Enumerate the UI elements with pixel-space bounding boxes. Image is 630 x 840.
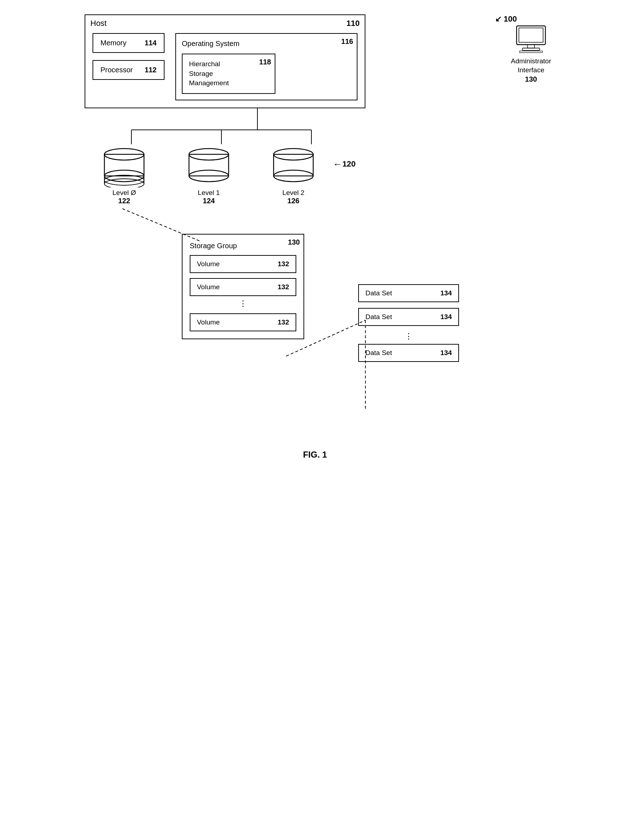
memory-label: Memory: [100, 39, 127, 47]
svg-rect-2: [527, 44, 534, 48]
level120-arrow: ← 120: [333, 159, 356, 170]
dataset-box-3: Data Set 134: [358, 344, 459, 362]
vol2-number: 132: [277, 283, 289, 291]
processor-box: Processor 112: [92, 60, 165, 80]
level1-label: Level 1: [198, 189, 220, 197]
computer-icon: [513, 24, 549, 53]
ds3-number: 134: [440, 349, 452, 357]
level2-label: Level 2: [282, 189, 304, 197]
level2-number: 126: [287, 197, 299, 205]
level0-label: Level Ø: [112, 189, 136, 197]
top-row: Host 110 Memory 114 Processor 112 Operat: [63, 14, 567, 108]
os-label: Operating System: [182, 39, 239, 47]
svg-rect-23: [274, 154, 313, 176]
admin-container: ↙ 100 AdministratorInterface 130: [495, 14, 567, 84]
ds1-label: Data Set: [366, 289, 392, 297]
processor-label: Processor: [100, 66, 133, 74]
svg-point-16: [104, 179, 144, 188]
vol1-number: 132: [277, 260, 289, 268]
sg-number: 130: [288, 238, 300, 246]
host-number: 110: [346, 19, 359, 28]
memory-number: 114: [145, 39, 157, 47]
level0-item: Level Ø 122: [85, 144, 164, 205]
admin-number-top: 100: [503, 14, 517, 24]
level120-number: 120: [342, 159, 356, 169]
hsm-label: HierarchalStorageManagement: [189, 59, 268, 88]
level1-cylinder: [184, 144, 234, 188]
dataset-box-2: Data Set 134: [358, 308, 459, 326]
svg-rect-4: [519, 51, 543, 53]
svg-rect-11: [104, 154, 144, 176]
host-inner: Memory 114 Processor 112 Operating Syste…: [92, 33, 358, 100]
volume-box-3: Volume 132: [190, 313, 296, 331]
hsm-number: 118: [259, 58, 271, 66]
ds3-label: Data Set: [366, 349, 392, 357]
dataset-box-1: Data Set 134: [358, 284, 459, 302]
ds2-number: 134: [440, 313, 452, 321]
host-to-levels-connector: [85, 108, 366, 144]
ds2-label: Data Set: [366, 313, 392, 321]
svg-rect-0: [517, 26, 545, 44]
vol3-number: 132: [277, 318, 289, 326]
level1-item: Level 1 124: [164, 144, 254, 205]
level2-cylinder: [268, 144, 318, 188]
level0-cylinder: [99, 144, 149, 188]
host-left: Memory 114 Processor 112: [92, 33, 165, 100]
level1-number: 124: [203, 197, 215, 205]
admin-text: AdministratorInterface 130: [511, 57, 551, 84]
dashed-lines-svg: [85, 212, 552, 428]
fig-caption: FIG. 1: [63, 450, 567, 460]
storage-datasets-section: Storage Group 130 Volume 132 Volume 132 …: [85, 212, 552, 428]
svg-rect-20: [189, 154, 229, 176]
os-number: 116: [341, 38, 353, 46]
level2-item: Level 2 126: [254, 144, 333, 205]
svg-rect-1: [519, 28, 543, 43]
vol3-label: Volume: [197, 318, 220, 326]
dataset-ellipsis: ⋮: [358, 332, 459, 341]
dataset-column: Data Set 134 Data Set 134 ⋮ Data Set 134: [358, 284, 459, 368]
storage-levels-row: Level Ø 122 Level 1 124 Level 2 126: [85, 144, 408, 205]
os-box: Operating System 116 118 HierarchalStora…: [175, 33, 358, 100]
host-label: Host: [90, 19, 106, 28]
volume-ellipsis: ⋮: [190, 299, 296, 308]
admin-label: AdministratorInterface: [511, 57, 551, 74]
hsm-box: 118 HierarchalStorageManagement: [182, 54, 275, 94]
volume-box-1: Volume 132: [190, 255, 296, 273]
svg-rect-3: [522, 48, 540, 51]
vol2-label: Volume: [197, 283, 220, 291]
host-box: Host 110 Memory 114 Processor 112 Operat: [85, 14, 366, 108]
storage-group-box: Storage Group 130 Volume 132 Volume 132 …: [182, 234, 304, 339]
sg-label: Storage Group: [190, 242, 237, 249]
vol1-label: Volume: [197, 260, 220, 268]
diagram-container: Host 110 Memory 114 Processor 112 Operat: [63, 14, 567, 460]
admin-number: 130: [511, 74, 551, 84]
memory-box: Memory 114: [92, 33, 165, 53]
ds1-number: 134: [440, 289, 452, 297]
admin-arrow: ↙: [495, 14, 502, 24]
processor-number: 112: [145, 66, 157, 74]
volume-box-2: Volume 132: [190, 278, 296, 296]
level0-number: 122: [118, 197, 130, 205]
